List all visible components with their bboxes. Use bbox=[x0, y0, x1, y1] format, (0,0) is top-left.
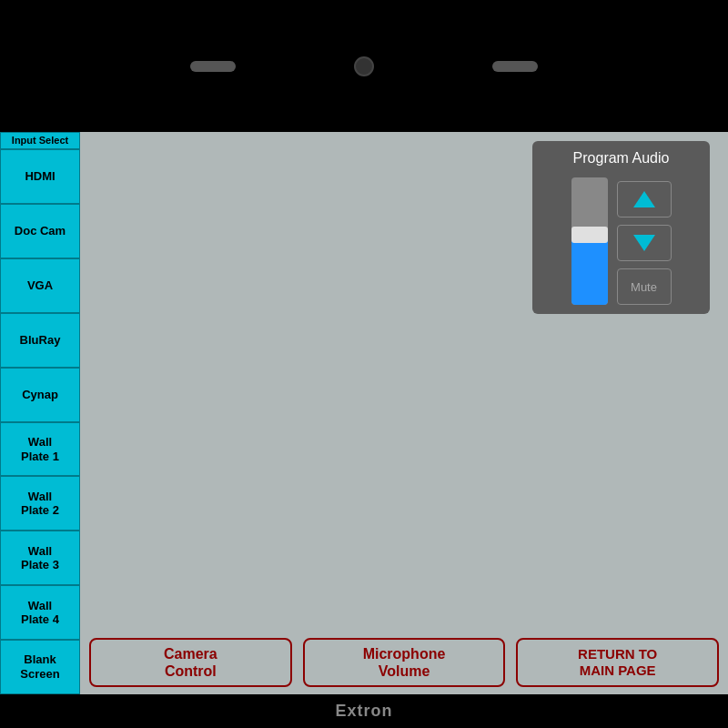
audio-buttons: Mute bbox=[617, 181, 672, 305]
camera-control-button[interactable]: Camera Control bbox=[89, 638, 292, 687]
sidebar-btn-wall-plate-4[interactable]: Wall Plate 4 bbox=[0, 585, 80, 640]
top-bar bbox=[0, 0, 728, 132]
main-content: Input Select HDMI Doc Cam VGA BluRay Cyn… bbox=[0, 132, 728, 694]
audio-panel: Program Audio Mu bbox=[532, 141, 710, 314]
device-frame: Input Select HDMI Doc Cam VGA BluRay Cyn… bbox=[0, 0, 728, 728]
sidebar-btn-wall-plate-2[interactable]: Wall Plate 2 bbox=[0, 476, 80, 531]
audio-panel-title: Program Audio bbox=[573, 150, 670, 167]
return-main-button[interactable]: RETURN TO MAIN PAGE bbox=[516, 638, 719, 687]
volume-up-button[interactable] bbox=[617, 181, 672, 217]
bottom-bar: Extron bbox=[0, 694, 728, 728]
arrow-up-icon bbox=[633, 191, 655, 207]
screen-area: Input Select HDMI Doc Cam VGA BluRay Cyn… bbox=[0, 132, 728, 694]
sidebar-btn-cynap[interactable]: Cynap bbox=[0, 368, 80, 422]
sidebar-btn-wall-plate-3[interactable]: Wall Plate 3 bbox=[0, 531, 80, 585]
sidebar-btn-vga[interactable]: VGA bbox=[0, 258, 80, 313]
input-select-label: Input Select bbox=[0, 132, 80, 149]
volume-down-button[interactable] bbox=[617, 225, 672, 261]
sidebar: Input Select HDMI Doc Cam VGA BluRay Cyn… bbox=[0, 132, 80, 694]
arrow-down-icon bbox=[633, 235, 655, 251]
sidebar-btn-blank-screen[interactable]: Blank Screen bbox=[0, 640, 80, 694]
speaker-slot-left bbox=[190, 61, 236, 72]
sidebar-btn-hdmi[interactable]: HDMI bbox=[0, 149, 80, 204]
slider-fill bbox=[571, 235, 608, 305]
extron-label: Extron bbox=[335, 702, 392, 720]
mute-button[interactable]: Mute bbox=[617, 268, 672, 305]
volume-slider[interactable] bbox=[571, 177, 608, 305]
microphone-volume-button[interactable]: Microphone Volume bbox=[303, 638, 506, 687]
sidebar-btn-doc-cam[interactable]: Doc Cam bbox=[0, 204, 80, 258]
audio-controls: Mute bbox=[541, 177, 701, 305]
bottom-toolbar: Camera Control Microphone Volume RETURN … bbox=[80, 631, 728, 694]
slider-handle[interactable] bbox=[571, 227, 608, 243]
camera-dot bbox=[354, 56, 374, 76]
sidebar-btn-bluray[interactable]: BluRay bbox=[0, 313, 80, 368]
speaker-slot-right bbox=[492, 61, 538, 72]
sidebar-btn-wall-plate-1[interactable]: Wall Plate 1 bbox=[0, 422, 80, 477]
